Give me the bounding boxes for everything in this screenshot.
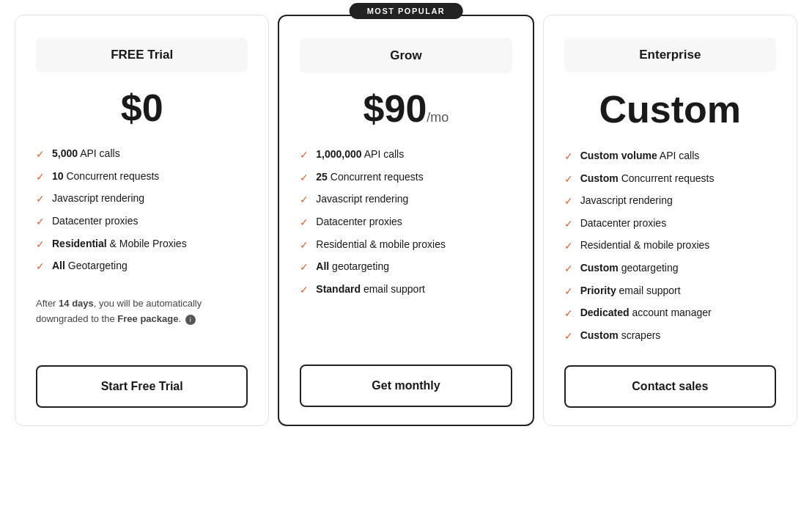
plan-name-box: Enterprise: [564, 37, 776, 73]
check-icon: ✓: [564, 329, 573, 344]
feature-item: ✓ 1,000,000 API calls: [300, 147, 512, 163]
check-icon: ✓: [36, 238, 45, 252]
price-row: Custom: [564, 87, 776, 131]
check-icon: ✓: [564, 239, 573, 254]
feature-item: ✓ 25 Concurrent requests: [300, 170, 512, 186]
check-icon: ✓: [36, 215, 45, 230]
check-icon: ✓: [36, 147, 45, 162]
check-icon: ✓: [564, 150, 573, 164]
feature-text: 25 Concurrent requests: [316, 170, 423, 185]
cta-button-grow[interactable]: Get monthly: [300, 365, 512, 407]
check-icon: ✓: [300, 193, 309, 208]
feature-text: Standard email support: [316, 282, 425, 297]
check-icon: ✓: [300, 283, 309, 298]
feature-item: ✓ Datacenter proxies: [300, 215, 512, 230]
feature-item: ✓ Javascript rendering: [300, 192, 512, 208]
feature-text: Javascript rendering: [580, 194, 673, 208]
feature-text: Custom geotargeting: [580, 261, 679, 276]
price-period: /mo: [427, 110, 449, 125]
feature-item: ✓ 10 Concurrent requests: [36, 169, 248, 185]
price-amount: $0: [121, 87, 163, 129]
feature-item: ✓ All Geotargeting: [36, 259, 248, 274]
feature-text: Custom scrapers: [580, 329, 661, 343]
plan-name: Grow: [390, 48, 421, 62]
pricing-card-free-trial: FREE Trial $0 ✓ 5,000 API calls ✓ 10 Con…: [15, 15, 269, 426]
plan-name: Enterprise: [639, 48, 701, 62]
price-amount: Custom: [599, 88, 742, 131]
info-icon[interactable]: i: [185, 315, 196, 325]
cta-button-free-trial[interactable]: Start Free Trial: [36, 365, 248, 408]
check-icon: ✓: [564, 172, 573, 187]
check-icon: ✓: [300, 171, 309, 186]
feature-item: ✓ Custom volume API calls: [564, 149, 776, 164]
features-list: ✓ 5,000 API calls ✓ 10 Concurrent reques…: [36, 147, 248, 282]
feature-text: Dedicated account manager: [580, 306, 712, 321]
feature-text: Residential & Mobile Proxies: [52, 237, 187, 252]
feature-text: Priority email support: [580, 284, 681, 299]
feature-item: ✓ Residential & mobile proxies: [564, 238, 776, 254]
feature-text: 1,000,000 API calls: [316, 147, 404, 162]
feature-text: Datacenter proxies: [52, 214, 139, 229]
check-icon: ✓: [564, 262, 573, 277]
cta-button-enterprise[interactable]: Contact sales: [564, 365, 776, 408]
note-text: After 14 days, you will be automatically…: [36, 296, 248, 348]
feature-item: ✓ Javascript rendering: [36, 191, 248, 207]
feature-item: ✓ Datacenter proxies: [36, 214, 248, 230]
feature-text: Datacenter proxies: [580, 216, 667, 231]
feature-text: Javascript rendering: [52, 191, 144, 206]
plan-name: FREE Trial: [111, 48, 173, 62]
pricing-wrapper: FREE Trial $0 ✓ 5,000 API calls ✓ 10 Con…: [10, 15, 802, 426]
check-icon: ✓: [564, 217, 573, 232]
feature-text: Javascript rendering: [316, 192, 408, 207]
feature-text: All Geotargeting: [52, 259, 128, 274]
feature-text: Custom volume API calls: [580, 149, 700, 164]
feature-item: ✓ Custom scrapers: [564, 329, 776, 344]
features-list: ✓ 1,000,000 API calls ✓ 25 Concurrent re…: [300, 147, 512, 304]
price-row: $90/mo: [300, 88, 512, 130]
pricing-card-enterprise: Enterprise Custom ✓ Custom volume API ca…: [543, 15, 797, 426]
check-icon: ✓: [300, 148, 309, 163]
most-popular-badge: MOST POPULAR: [350, 3, 463, 19]
check-icon: ✓: [564, 285, 573, 299]
check-icon: ✓: [564, 194, 573, 209]
feature-item: ✓ Priority email support: [564, 284, 776, 299]
plan-name-box: FREE Trial: [36, 37, 248, 73]
check-icon: ✓: [36, 170, 45, 185]
feature-item: ✓ Custom Concurrent requests: [564, 172, 776, 187]
feature-item: ✓ Javascript rendering: [564, 194, 776, 209]
price-row: $0: [36, 87, 248, 129]
feature-text: 5,000 API calls: [52, 147, 120, 161]
pricing-card-grow: MOST POPULAR Grow $90/mo ✓ 1,000,000 API…: [278, 15, 534, 426]
feature-item: ✓ Dedicated account manager: [564, 306, 776, 321]
feature-item: ✓ Custom geotargeting: [564, 261, 776, 277]
feature-text: All geotargeting: [316, 260, 389, 274]
feature-item: ✓ Residential & Mobile Proxies: [36, 237, 248, 252]
check-icon: ✓: [36, 192, 45, 207]
check-icon: ✓: [564, 307, 573, 321]
check-icon: ✓: [36, 260, 45, 274]
check-icon: ✓: [300, 238, 309, 253]
feature-item: ✓ Datacenter proxies: [564, 216, 776, 232]
feature-item: ✓ 5,000 API calls: [36, 147, 248, 162]
check-icon: ✓: [300, 260, 309, 275]
feature-text: 10 Concurrent requests: [52, 169, 159, 184]
feature-text: Custom Concurrent requests: [580, 172, 715, 186]
feature-text: Residential & mobile proxies: [316, 238, 446, 252]
feature-item: ✓ All geotargeting: [300, 260, 512, 275]
feature-item: ✓ Standard email support: [300, 282, 512, 298]
price-amount: $90: [363, 87, 427, 130]
check-icon: ✓: [300, 216, 309, 230]
features-list: ✓ Custom volume API calls ✓ Custom Concu…: [564, 149, 776, 351]
feature-item: ✓ Residential & mobile proxies: [300, 238, 512, 253]
plan-name-box: Grow: [300, 38, 512, 73]
feature-text: Residential & mobile proxies: [580, 238, 710, 253]
feature-text: Datacenter proxies: [316, 215, 402, 230]
